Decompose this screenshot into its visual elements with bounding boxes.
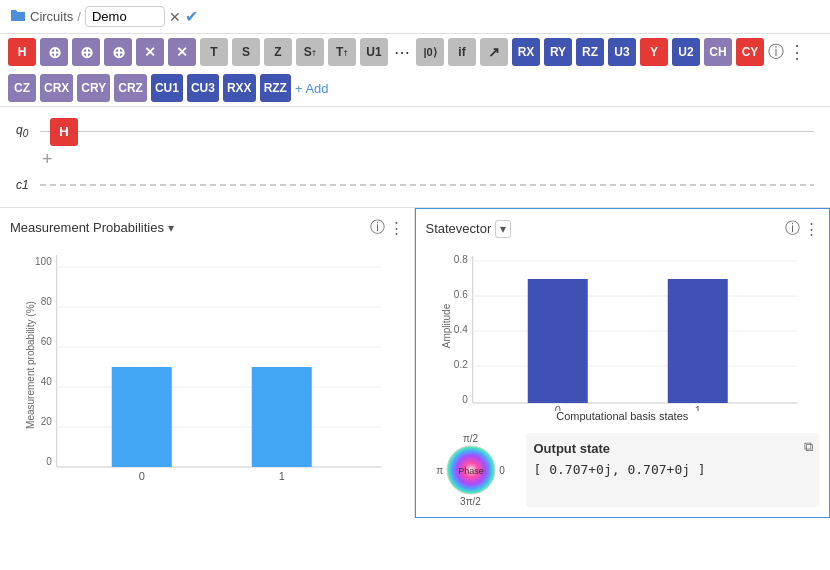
statevector-panel-title: Statevector xyxy=(426,221,492,236)
measurement-chart: Measurement probability (%) 0 20 40 60 8… xyxy=(10,245,404,485)
measurement-dropdown-button[interactable]: ▾ xyxy=(168,221,174,235)
qubit-label-q0: q0 xyxy=(16,123,40,139)
gate-CZ-button[interactable]: CZ xyxy=(8,74,36,102)
copy-output-state-button[interactable]: ⧉ xyxy=(804,439,813,455)
gate-U3-button[interactable]: U3 xyxy=(608,38,636,66)
svg-text:0.2: 0.2 xyxy=(453,359,467,370)
gate-U1-button[interactable]: U1 xyxy=(360,38,388,66)
gate-RZ-button[interactable]: RZ xyxy=(576,38,604,66)
statevector-title-area: Statevector ▾ xyxy=(426,220,512,238)
svg-text:0.8: 0.8 xyxy=(453,254,467,265)
gate-toolbar: H ⊕ ⊕ ⊕ ✕ ✕ T S Z S† T† U1 ⋯ |0⟩ if ↗ RX… xyxy=(0,34,830,107)
gate-row-2: CZ CRX CRY CRZ CU1 CU3 RXX RZZ + Add xyxy=(0,70,830,106)
gate-CCX2-button[interactable]: ✕ xyxy=(168,38,196,66)
output-state-value: [ 0.707+0j, 0.707+0j ] xyxy=(534,462,812,477)
qubit-row-q0: q0 H xyxy=(16,115,814,147)
clbit-row-c1: c1 xyxy=(16,171,814,199)
measurement-panel-title: Measurement Probabilities xyxy=(10,220,164,235)
measurement-panel-header: Measurement Probabilities ▾ ⓘ ⋮ xyxy=(10,218,404,237)
statevector-dropdown-button[interactable]: ▾ xyxy=(495,220,511,238)
svg-text:1: 1 xyxy=(279,470,285,482)
phase-wheel-svg: Phase xyxy=(445,444,497,496)
measurement-panel: Measurement Probabilities ▾ ⓘ ⋮ Measurem… xyxy=(0,208,415,518)
svg-text:0.6: 0.6 xyxy=(453,289,467,300)
phase-middle-row: π Phase xyxy=(436,444,504,496)
gate-SWAP-button[interactable]: ⊕ xyxy=(104,38,132,66)
gate-Y-button[interactable]: Y xyxy=(640,38,668,66)
clbit-label-c1: c1 xyxy=(16,178,40,192)
gate-CH-button[interactable]: CH xyxy=(704,38,732,66)
measurement-dots-button[interactable]: ⋮ xyxy=(389,218,404,237)
statevector-dots-button[interactable]: ⋮ xyxy=(804,219,819,238)
gate-row-1: H ⊕ ⊕ ⊕ ✕ ✕ T S Z S† T† U1 ⋯ |0⟩ if ↗ RX… xyxy=(0,34,830,70)
breadcrumb: Circuits / ✕ ✔ xyxy=(10,6,198,27)
gate-S-button[interactable]: S xyxy=(232,38,260,66)
output-state-title: Output state xyxy=(534,441,812,456)
statevector-chart-container: Amplitude 0 0.2 0.4 0.6 0.8 xyxy=(426,246,820,429)
svg-text:100: 100 xyxy=(35,256,52,267)
circuit-area: q0 H + c1 xyxy=(0,107,830,208)
svg-text:0: 0 xyxy=(462,394,468,405)
sv-bottom-area: π/2 π xyxy=(426,433,820,507)
gate-more-button[interactable]: ⋯ xyxy=(392,43,412,62)
toolbar-dots-button[interactable]: ⋮ xyxy=(788,41,806,63)
add-qubit-button[interactable]: + xyxy=(42,149,53,170)
measurement-panel-actions: ⓘ ⋮ xyxy=(370,218,404,237)
tab-check-icon: ✔ xyxy=(185,7,198,26)
bar-state-0 xyxy=(112,367,172,467)
gate-ket0-button[interactable]: |0⟩ xyxy=(416,38,444,66)
phase-bottom-label: 3π/2 xyxy=(460,496,481,507)
gate-meas-button[interactable]: ↗ xyxy=(480,38,508,66)
tab-name-input[interactable] xyxy=(85,6,165,27)
add-gate-button[interactable]: + Add xyxy=(295,81,329,96)
gate-CCX-button[interactable]: ✕ xyxy=(136,38,164,66)
measurement-info-button[interactable]: ⓘ xyxy=(370,218,385,237)
svg-text:20: 20 xyxy=(41,416,53,427)
gate-T-button[interactable]: T xyxy=(200,38,228,66)
gate-RY-button[interactable]: RY xyxy=(544,38,572,66)
gate-Tt-button[interactable]: T† xyxy=(328,38,356,66)
tab-close-button[interactable]: ✕ xyxy=(169,9,181,25)
gate-CX2-button[interactable]: ⊕ xyxy=(72,38,100,66)
gate-CU1-button[interactable]: CU1 xyxy=(151,74,183,102)
H-gate-on-wire[interactable]: H xyxy=(50,118,78,146)
statevector-chart-svg: Amplitude 0 0.2 0.4 0.6 0.8 xyxy=(426,246,820,411)
gate-U2-button[interactable]: U2 xyxy=(672,38,700,66)
svg-text:0.4: 0.4 xyxy=(453,324,467,335)
gate-CRY-button[interactable]: CRY xyxy=(77,74,110,102)
phase-left-label: π xyxy=(436,465,443,476)
gate-CU3-button[interactable]: CU3 xyxy=(187,74,219,102)
bar-state-1 xyxy=(252,367,312,467)
gate-RXX-button[interactable]: RXX xyxy=(223,74,256,102)
gate-if-button[interactable]: if xyxy=(448,38,476,66)
svg-text:40: 40 xyxy=(41,376,53,387)
output-state-box: Output state [ 0.707+0j, 0.707+0j ] ⧉ xyxy=(526,433,820,507)
statevector-panel-actions: ⓘ ⋮ xyxy=(785,219,819,238)
sv-bar-state-1 xyxy=(667,279,727,403)
svg-text:60: 60 xyxy=(41,336,53,347)
measurement-title-area: Measurement Probabilities ▾ xyxy=(10,220,174,235)
circuits-label: Circuits xyxy=(30,9,73,24)
gate-H-button[interactable]: H xyxy=(8,38,36,66)
y-axis-label: Measurement probability (%) xyxy=(25,301,36,429)
breadcrumb-sep: / xyxy=(77,9,81,24)
svg-text:0: 0 xyxy=(46,456,52,467)
statevector-panel-header: Statevector ▾ ⓘ ⋮ xyxy=(426,219,820,238)
gate-RZZ-button[interactable]: RZZ xyxy=(260,74,291,102)
sv-x-axis-label: Computational basis states xyxy=(426,410,820,422)
statevector-info-button[interactable]: ⓘ xyxy=(785,219,800,238)
gate-CY-button[interactable]: CY xyxy=(736,38,764,66)
phase-right-label: 0 xyxy=(499,465,505,476)
gate-CX-button[interactable]: ⊕ xyxy=(40,38,68,66)
gate-CRZ-button[interactable]: CRZ xyxy=(114,74,147,102)
gate-CRX-button[interactable]: CRX xyxy=(40,74,73,102)
svg-text:Amplitude: Amplitude xyxy=(440,303,451,348)
gate-St-button[interactable]: S† xyxy=(296,38,324,66)
gate-Z-button[interactable]: Z xyxy=(264,38,292,66)
svg-text:1: 1 xyxy=(694,404,700,411)
toolbar-info-button[interactable]: ⓘ xyxy=(768,42,784,63)
qubit-wire-q0: H xyxy=(40,131,814,132)
clbit-wire-c1 xyxy=(40,184,814,186)
svg-text:0: 0 xyxy=(139,470,145,482)
gate-RX-button[interactable]: RX xyxy=(512,38,540,66)
